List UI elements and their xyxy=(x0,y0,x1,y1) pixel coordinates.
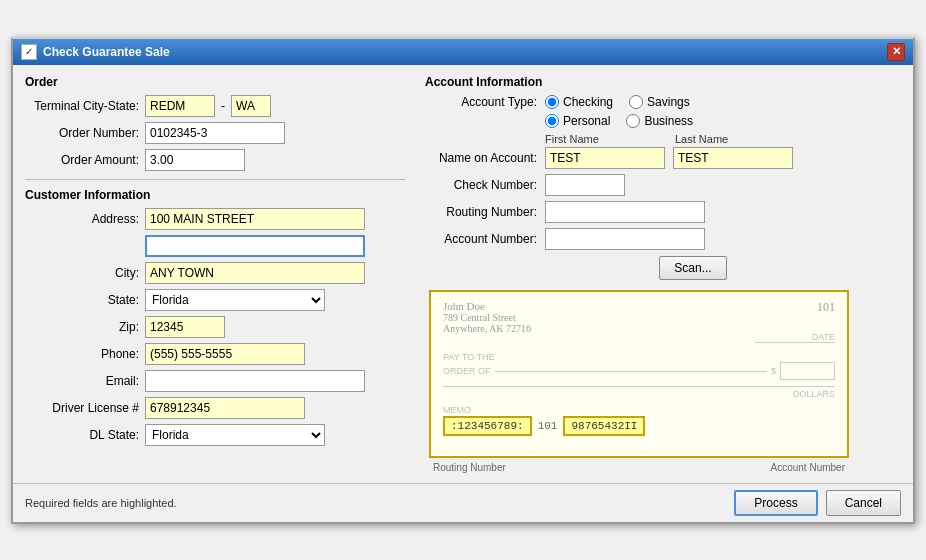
business-radio[interactable] xyxy=(626,114,640,128)
checking-label: Checking xyxy=(563,95,613,109)
account-section-title: Account Information xyxy=(425,75,901,89)
order-amount-label: Order Amount: xyxy=(25,153,145,167)
check-pay-label: PAY TO THE xyxy=(443,352,835,362)
routing-number-input[interactable] xyxy=(545,201,705,223)
dl-state-select[interactable]: Florida Alabama Alaska Arizona xyxy=(145,424,325,446)
phone-input[interactable] xyxy=(145,343,305,365)
name-column-headers: First Name Last Name xyxy=(545,133,901,145)
dl-input[interactable] xyxy=(145,397,305,419)
checking-radio-item[interactable]: Checking xyxy=(545,95,613,109)
business-label: Business xyxy=(644,114,693,128)
process-button[interactable]: Process xyxy=(734,490,817,516)
personal-radio-item[interactable]: Personal xyxy=(545,114,610,128)
city-label: City: xyxy=(25,266,145,280)
check-number-label: Check Number: xyxy=(425,178,545,192)
city-input[interactable] xyxy=(145,262,365,284)
routing-number-label: Routing Number: xyxy=(425,205,545,219)
customer-section-title: Customer Information xyxy=(25,188,405,202)
order-section-title: Order xyxy=(25,75,405,89)
personal-business-row: Personal Business xyxy=(425,114,901,128)
dialog-icon: ✓ xyxy=(21,44,37,60)
check-owner-name: John Doe xyxy=(443,300,835,312)
check-guarantee-sale-dialog: ✓ Check Guarantee Sale ✕ Order Terminal … xyxy=(11,37,915,524)
micr-middle: 101 xyxy=(538,420,558,432)
right-panel: Account Information Account Type: Checki… xyxy=(425,75,901,473)
dollars-line: DOLLARS xyxy=(443,386,835,387)
city-row: City: xyxy=(25,262,405,284)
micr-routing: :123456789: xyxy=(443,416,532,436)
savings-label: Savings xyxy=(647,95,690,109)
state-label: State: xyxy=(25,293,145,307)
check-image-container: 101 John Doe 789 Central Street Anywhere… xyxy=(429,290,901,473)
terminal-state-input[interactable] xyxy=(231,95,271,117)
micr-account: 98765432II xyxy=(563,416,645,436)
pay-area: PAY TO THE ORDER OF $ xyxy=(443,352,835,380)
order-number-row: Order Number: xyxy=(25,122,405,144)
scan-row: Scan... xyxy=(485,256,901,280)
zip-input[interactable] xyxy=(145,316,225,338)
order-amount-input[interactable] xyxy=(145,149,245,171)
dl-row: Driver License # xyxy=(25,397,405,419)
personal-business-radios: Personal Business xyxy=(545,114,693,128)
name-on-account-row: Name on Account: xyxy=(425,147,901,169)
footer: Required fields are highlighted. Process… xyxy=(13,483,913,522)
email-input[interactable] xyxy=(145,370,365,392)
terminal-label: Terminal City-State: xyxy=(25,99,145,113)
personal-label: Personal xyxy=(563,114,610,128)
left-panel: Order Terminal City-State: - Order Numbe… xyxy=(25,75,405,473)
required-note: Required fields are highlighted. xyxy=(25,497,177,509)
cancel-button[interactable]: Cancel xyxy=(826,490,901,516)
state-select[interactable]: Florida Alabama Alaska Arizona xyxy=(145,289,325,311)
terminal-row: Terminal City-State: - xyxy=(25,95,405,117)
business-radio-item[interactable]: Business xyxy=(626,114,693,128)
dialog-title: Check Guarantee Sale xyxy=(43,45,170,59)
pay-to-row: ORDER OF $ xyxy=(443,362,835,380)
dollars-label: DOLLARS xyxy=(793,389,835,399)
micr-area: :123456789: 101 98765432II xyxy=(443,416,835,436)
payto-line xyxy=(495,371,767,372)
address-line2-input[interactable] xyxy=(145,235,365,257)
main-content: Order Terminal City-State: - Order Numbe… xyxy=(13,65,913,483)
check-address2: Anywhere, AK 72716 xyxy=(443,323,835,334)
address-row2 xyxy=(25,235,405,257)
zip-label: Zip: xyxy=(25,320,145,334)
title-bar-left: ✓ Check Guarantee Sale xyxy=(21,44,170,60)
email-row: Email: xyxy=(25,370,405,392)
scan-button[interactable]: Scan... xyxy=(659,256,726,280)
check-number-input[interactable] xyxy=(545,174,625,196)
personal-radio[interactable] xyxy=(545,114,559,128)
name-inputs xyxy=(545,147,793,169)
terminal-city-input[interactable] xyxy=(145,95,215,117)
last-name-col-header: Last Name xyxy=(675,133,728,145)
address-label: Address: xyxy=(25,212,145,226)
address-line1-input[interactable] xyxy=(145,208,365,230)
first-name-input[interactable] xyxy=(545,147,665,169)
close-button[interactable]: ✕ xyxy=(887,43,905,61)
routing-number-row: Routing Number: xyxy=(425,201,901,223)
name-on-account-label: Name on Account: xyxy=(425,151,545,165)
routing-bottom-label: Routing Number xyxy=(433,462,506,473)
savings-radio-item[interactable]: Savings xyxy=(629,95,690,109)
account-number-input[interactable] xyxy=(545,228,705,250)
dl-label: Driver License # xyxy=(25,401,145,415)
terminal-group: - xyxy=(145,95,271,117)
phone-row: Phone: xyxy=(25,343,405,365)
check-order-label: ORDER OF xyxy=(443,366,491,376)
zip-row: Zip: xyxy=(25,316,405,338)
order-number-input[interactable] xyxy=(145,122,285,144)
first-name-col-header: First Name xyxy=(545,133,675,145)
check-number-row: Check Number: xyxy=(425,174,901,196)
last-name-input[interactable] xyxy=(673,147,793,169)
account-bottom-label: Account Number xyxy=(771,462,845,473)
order-number-label: Order Number: xyxy=(25,126,145,140)
terminal-dash: - xyxy=(219,99,227,113)
order-amount-row: Order Amount: xyxy=(25,149,405,171)
check-address1: 789 Central Street xyxy=(443,312,835,323)
savings-radio[interactable] xyxy=(629,95,643,109)
checking-radio[interactable] xyxy=(545,95,559,109)
dl-state-label: DL State: xyxy=(25,428,145,442)
check-amount-box xyxy=(780,362,835,380)
dl-state-row: DL State: Florida Alabama Alaska Arizona xyxy=(25,424,405,446)
check-date-label: DATE xyxy=(812,332,835,342)
title-bar: ✓ Check Guarantee Sale ✕ xyxy=(13,39,913,65)
